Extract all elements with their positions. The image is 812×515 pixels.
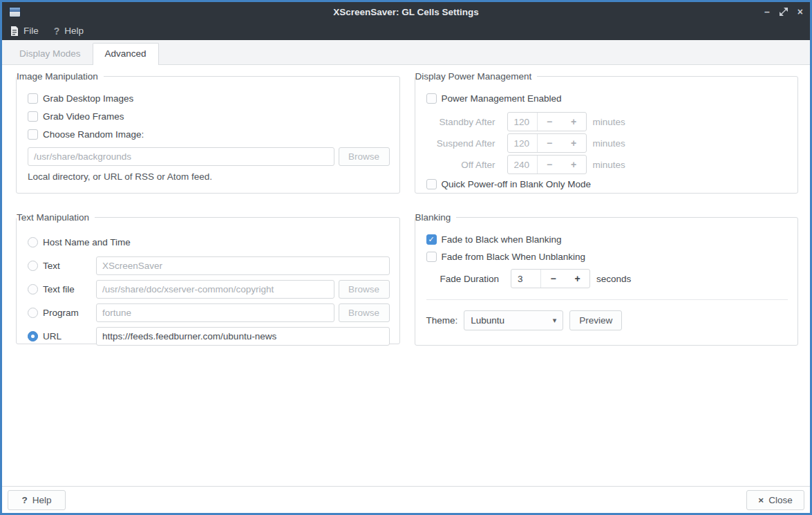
url-radio[interactable] [28,331,38,341]
standby-after-label: Standby After [426,117,495,127]
host-name-radio[interactable] [28,237,38,247]
host-name-label: Host Name and Time [43,237,131,247]
menu-file[interactable]: File [10,26,39,36]
url-row: URL [28,326,390,346]
program-browse-button[interactable]: Browse [339,303,390,322]
image-directory-row: Browse [28,147,390,166]
off-after-value[interactable]: 240 [508,156,538,174]
right-column: Display Power Management ✓ Power Managem… [415,76,799,346]
program-row: Program Browse [28,303,390,322]
preview-button[interactable]: Preview [569,310,622,330]
image-directory-input[interactable] [28,147,334,166]
fade-from-black-label: Fade from Black When Unblanking [442,252,586,262]
help-button-label: Help [32,495,52,505]
menu-help-label: Help [64,26,84,36]
off-decrement-button[interactable]: − [538,156,562,174]
question-icon: ? [21,495,27,505]
text-file-browse-button[interactable]: Browse [339,280,390,299]
suspend-after-spinbox: 120 − + [507,133,587,153]
quick-poweroff-checkbox[interactable]: ✓ [426,179,437,189]
text-manipulation-group: Text Manipulation Host Name and Time Tex… [16,217,400,344]
tab-display-modes[interactable]: Display Modes [8,44,93,64]
group-title-text-manipulation: Text Manipulation [17,212,95,223]
chevron-down-icon: ▾ [553,316,557,325]
suspend-after-row: Suspend After 120 − + minutes [426,133,789,153]
menubar: File ? Help [2,21,810,40]
standby-after-unit: minutes [593,117,625,127]
blanking-separator [426,299,789,300]
text-file-radio[interactable] [28,284,38,294]
power-enabled-checkbox[interactable]: ✓ [426,93,437,104]
text-row: Text [28,256,390,275]
fade-duration-unit: seconds [596,274,631,284]
text-file-row: Text file Browse [28,279,390,299]
theme-row: Theme: Lubuntu ▾ Preview [426,310,789,330]
window-title: XScreenSaver: GL Cells Settings [2,7,810,17]
fade-to-black-checkbox[interactable]: ✓ [426,234,437,245]
grab-video-checkbox[interactable]: ✓ [28,111,38,122]
grab-desktop-label: Grab Desktop Images [43,93,133,104]
standby-after-value[interactable]: 120 [508,113,538,131]
close-button-label: Close [768,495,793,505]
maximize-button[interactable] [780,8,788,16]
grab-desktop-row: ✓ Grab Desktop Images [28,93,390,104]
close-window-button[interactable]: × [797,7,803,17]
quick-poweroff-label: Quick Power-off in Blank Only Mode [442,179,592,189]
standby-increment-button[interactable]: + [562,113,586,131]
document-icon [10,26,19,36]
suspend-decrement-button[interactable]: − [538,134,562,152]
power-management-group: Display Power Management ✓ Power Managem… [415,76,799,194]
program-radio[interactable] [28,308,38,318]
menu-file-label: File [23,26,39,36]
suspend-increment-button[interactable]: + [562,134,586,152]
text-input[interactable] [96,256,390,275]
minimize-button[interactable]: – [764,7,770,17]
theme-dropdown[interactable]: Lubuntu ▾ [464,310,563,330]
text-file-label: Text file [43,284,75,294]
fade-duration-row: Fade Duration 3 − + seconds [426,269,789,288]
fade-duration-spinbox: 3 − + [511,269,590,288]
group-title-power-management: Display Power Management [415,71,538,82]
theme-label: Theme: [426,315,458,326]
grab-video-label: Grab Video Frames [43,111,124,122]
text-label: Text [43,261,60,271]
group-title-blanking: Blanking [415,212,457,223]
group-title-image-manipulation: Image Manipulation [17,71,104,82]
text-radio[interactable] [28,261,38,271]
standby-decrement-button[interactable]: − [538,113,562,131]
suspend-after-value[interactable]: 120 [508,134,538,152]
program-label: Program [43,308,79,318]
help-button[interactable]: ? Help [8,490,66,510]
left-column: Image Manipulation ✓ Grab Desktop Images… [16,76,400,344]
menu-help[interactable]: ? Help [54,26,84,37]
choose-random-checkbox[interactable]: ✓ [28,129,38,140]
theme-selected-value: Lubuntu [471,315,504,326]
off-increment-button[interactable]: + [562,156,586,174]
url-input[interactable] [96,327,390,346]
standby-after-row: Standby After 120 − + minutes [426,112,789,131]
fade-duration-increment-button[interactable]: + [565,270,589,288]
url-label: URL [43,331,62,341]
off-after-unit: minutes [593,160,625,170]
close-button[interactable]: × Close [746,490,804,510]
off-after-label: Off After [426,160,495,170]
question-icon: ? [54,26,60,37]
grab-desktop-checkbox[interactable]: ✓ [28,93,38,104]
suspend-after-label: Suspend After [426,138,495,149]
text-file-input[interactable] [96,280,334,299]
image-directory-browse-button[interactable]: Browse [339,147,390,166]
image-directory-caption: Local directory, or URL of RSS or Atom f… [28,171,390,182]
quick-poweroff-row: ✓ Quick Power-off in Blank Only Mode [426,179,789,189]
fade-from-black-checkbox[interactable]: ✓ [426,252,437,262]
grab-video-row: ✓ Grab Video Frames [28,111,390,122]
fade-duration-value[interactable]: 3 [511,270,541,288]
program-input[interactable] [96,303,334,322]
fade-duration-label: Fade Duration [440,274,500,284]
standby-after-spinbox: 120 − + [507,112,587,131]
tab-advanced[interactable]: Advanced [93,43,159,65]
suspend-after-unit: minutes [593,138,625,149]
image-manipulation-group: Image Manipulation ✓ Grab Desktop Images… [16,76,400,194]
fade-duration-decrement-button[interactable]: − [541,270,565,288]
host-name-row: Host Name and Time [28,232,390,252]
fade-to-black-row: ✓ Fade to Black when Blanking [426,234,789,245]
